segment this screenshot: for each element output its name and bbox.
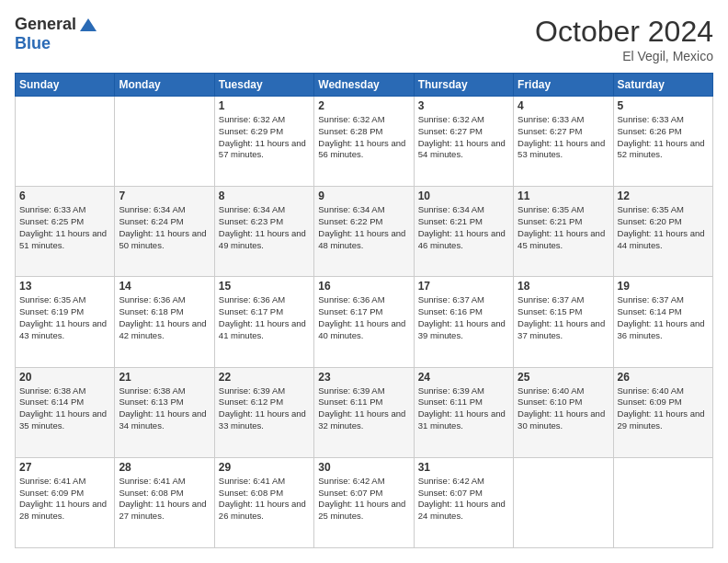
cell-content: Sunrise: 6:38 AM Sunset: 6:14 PM Dayligh… [19,385,110,432]
day-number: 4 [518,99,609,112]
calendar-cell: 26Sunrise: 6:40 AM Sunset: 6:09 PM Dayli… [613,367,712,457]
logo-blue: Blue [15,34,51,52]
cell-content: Sunrise: 6:33 AM Sunset: 6:26 PM Dayligh… [618,114,709,161]
cell-content: Sunrise: 6:37 AM Sunset: 6:14 PM Dayligh… [618,294,709,341]
calendar-cell: 13Sunrise: 6:35 AM Sunset: 6:19 PM Dayli… [16,277,115,367]
calendar-cell: 6Sunrise: 6:33 AM Sunset: 6:25 PM Daylig… [16,187,115,277]
weekday-sunday: Sunday [16,74,115,97]
calendar-cell: 16Sunrise: 6:36 AM Sunset: 6:17 PM Dayli… [314,277,414,367]
calendar-cell: 8Sunrise: 6:34 AM Sunset: 6:23 PM Daylig… [214,187,313,277]
location: El Vegil, Mexico [535,49,713,63]
cell-content: Sunrise: 6:36 AM Sunset: 6:17 PM Dayligh… [219,294,310,341]
cell-content: Sunrise: 6:37 AM Sunset: 6:16 PM Dayligh… [418,294,509,341]
day-number: 6 [19,190,110,202]
calendar-cell: 12Sunrise: 6:35 AM Sunset: 6:20 PM Dayli… [613,187,712,277]
cell-content: Sunrise: 6:39 AM Sunset: 6:11 PM Dayligh… [418,385,509,432]
cell-content: Sunrise: 6:35 AM Sunset: 6:21 PM Dayligh… [518,204,609,251]
calendar-cell: 27Sunrise: 6:41 AM Sunset: 6:09 PM Dayli… [16,457,115,547]
cell-content: Sunrise: 6:34 AM Sunset: 6:21 PM Dayligh… [418,204,509,251]
logo: General Blue [15,15,98,53]
day-number: 8 [219,190,310,202]
calendar-cell: 22Sunrise: 6:39 AM Sunset: 6:12 PM Dayli… [214,367,313,457]
day-number: 11 [518,190,609,202]
calendar-cell: 29Sunrise: 6:41 AM Sunset: 6:08 PM Dayli… [214,457,313,547]
calendar-cell [613,457,712,547]
calendar-cell: 5Sunrise: 6:33 AM Sunset: 6:26 PM Daylig… [613,97,712,187]
cell-content: Sunrise: 6:40 AM Sunset: 6:09 PM Dayligh… [618,385,709,432]
calendar-cell: 2Sunrise: 6:32 AM Sunset: 6:28 PM Daylig… [314,97,414,187]
day-number: 26 [618,371,709,384]
day-number: 20 [19,371,110,384]
week-row-2: 6Sunrise: 6:33 AM Sunset: 6:25 PM Daylig… [16,187,713,277]
calendar-cell: 10Sunrise: 6:34 AM Sunset: 6:21 PM Dayli… [414,187,513,277]
day-number: 22 [219,371,310,384]
day-number: 24 [418,371,509,384]
day-number: 14 [119,280,210,293]
day-number: 1 [219,99,310,112]
day-number: 30 [318,461,409,474]
day-number: 16 [318,280,409,293]
day-number: 31 [418,461,509,474]
month-title: October 2024 [535,15,713,49]
day-number: 10 [418,190,509,202]
cell-content: Sunrise: 6:36 AM Sunset: 6:17 PM Dayligh… [318,294,409,341]
day-number: 12 [618,190,709,202]
calendar-cell: 20Sunrise: 6:38 AM Sunset: 6:14 PM Dayli… [16,367,115,457]
calendar-cell: 19Sunrise: 6:37 AM Sunset: 6:14 PM Dayli… [613,277,712,367]
day-number: 3 [418,99,509,112]
week-row-5: 27Sunrise: 6:41 AM Sunset: 6:09 PM Dayli… [16,457,713,547]
week-row-4: 20Sunrise: 6:38 AM Sunset: 6:14 PM Dayli… [16,367,713,457]
weekday-thursday: Thursday [414,74,513,97]
cell-content: Sunrise: 6:34 AM Sunset: 6:24 PM Dayligh… [119,204,210,251]
day-number: 7 [119,190,210,202]
calendar-cell: 24Sunrise: 6:39 AM Sunset: 6:11 PM Dayli… [414,367,513,457]
cell-content: Sunrise: 6:33 AM Sunset: 6:27 PM Dayligh… [518,114,609,161]
cell-content: Sunrise: 6:32 AM Sunset: 6:27 PM Dayligh… [418,114,509,161]
calendar-cell: 3Sunrise: 6:32 AM Sunset: 6:27 PM Daylig… [414,97,513,187]
cell-content: Sunrise: 6:36 AM Sunset: 6:18 PM Dayligh… [119,294,210,341]
weekday-monday: Monday [115,74,214,97]
day-number: 17 [418,280,509,293]
calendar-cell: 15Sunrise: 6:36 AM Sunset: 6:17 PM Dayli… [214,277,313,367]
day-number: 23 [318,371,409,384]
cell-content: Sunrise: 6:41 AM Sunset: 6:09 PM Dayligh… [19,476,110,523]
cell-content: Sunrise: 6:39 AM Sunset: 6:12 PM Dayligh… [219,385,310,432]
day-number: 18 [518,280,609,293]
day-number: 5 [618,99,709,112]
cell-content: Sunrise: 6:32 AM Sunset: 6:29 PM Dayligh… [219,114,310,161]
cell-content: Sunrise: 6:39 AM Sunset: 6:11 PM Dayligh… [318,385,409,432]
day-number: 27 [19,461,110,474]
cell-content: Sunrise: 6:34 AM Sunset: 6:23 PM Dayligh… [219,204,310,251]
day-number: 29 [219,461,310,474]
week-row-1: 1Sunrise: 6:32 AM Sunset: 6:29 PM Daylig… [16,97,713,187]
calendar-cell: 23Sunrise: 6:39 AM Sunset: 6:11 PM Dayli… [314,367,414,457]
calendar-cell: 31Sunrise: 6:42 AM Sunset: 6:07 PM Dayli… [414,457,513,547]
calendar-cell: 4Sunrise: 6:33 AM Sunset: 6:27 PM Daylig… [514,97,613,187]
day-number: 19 [618,280,709,293]
cell-content: Sunrise: 6:32 AM Sunset: 6:28 PM Dayligh… [318,114,409,161]
cell-content: Sunrise: 6:34 AM Sunset: 6:22 PM Dayligh… [318,204,409,251]
calendar-cell: 21Sunrise: 6:38 AM Sunset: 6:13 PM Dayli… [115,367,214,457]
day-number: 2 [318,99,409,112]
calendar-cell: 9Sunrise: 6:34 AM Sunset: 6:22 PM Daylig… [314,187,414,277]
cell-content: Sunrise: 6:38 AM Sunset: 6:13 PM Dayligh… [119,385,210,432]
cell-content: Sunrise: 6:40 AM Sunset: 6:10 PM Dayligh… [518,385,609,432]
day-number: 28 [119,461,210,474]
cell-content: Sunrise: 6:35 AM Sunset: 6:20 PM Dayligh… [618,204,709,251]
week-row-3: 13Sunrise: 6:35 AM Sunset: 6:19 PM Dayli… [16,277,713,367]
calendar-cell: 11Sunrise: 6:35 AM Sunset: 6:21 PM Dayli… [514,187,613,277]
title-section: October 2024 El Vegil, Mexico [535,15,713,63]
calendar-cell: 14Sunrise: 6:36 AM Sunset: 6:18 PM Dayli… [115,277,214,367]
calendar-cell [115,97,214,187]
day-number: 25 [518,371,609,384]
cell-content: Sunrise: 6:42 AM Sunset: 6:07 PM Dayligh… [318,476,409,523]
cell-content: Sunrise: 6:42 AM Sunset: 6:07 PM Dayligh… [418,476,509,523]
cell-content: Sunrise: 6:41 AM Sunset: 6:08 PM Dayligh… [119,476,210,523]
calendar-cell [16,97,115,187]
day-number: 21 [119,371,210,384]
calendar-cell: 18Sunrise: 6:37 AM Sunset: 6:15 PM Dayli… [514,277,613,367]
day-number: 15 [219,280,310,293]
day-number: 13 [19,280,110,293]
calendar: SundayMondayTuesdayWednesdayThursdayFrid… [15,73,713,548]
weekday-wednesday: Wednesday [314,74,414,97]
